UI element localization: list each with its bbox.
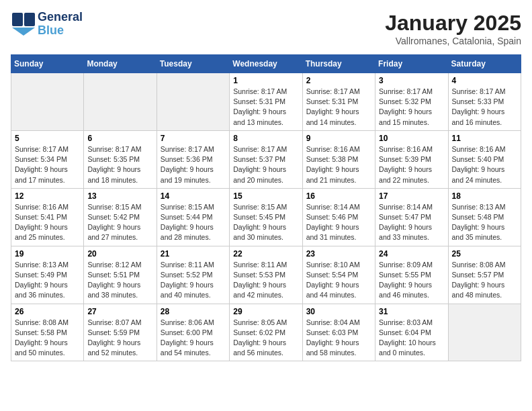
day-number: 25 — [452, 249, 517, 259]
day-detail: Sunrise: 8:17 AM Sunset: 5:31 PM Dayligh… — [306, 87, 371, 128]
calendar-body: 1Sunrise: 8:17 AM Sunset: 5:31 PM Daylig… — [11, 73, 521, 361]
calendar-cell: 13Sunrise: 8:15 AM Sunset: 5:42 PM Dayli… — [84, 188, 157, 246]
day-detail: Sunrise: 8:04 AM Sunset: 6:03 PM Dayligh… — [306, 318, 371, 359]
calendar-cell: 7Sunrise: 8:17 AM Sunset: 5:36 PM Daylig… — [157, 130, 229, 188]
day-detail: Sunrise: 8:15 AM Sunset: 5:44 PM Dayligh… — [161, 202, 226, 243]
logo-icon — [11, 11, 36, 37]
calendar-cell: 18Sunrise: 8:13 AM Sunset: 5:48 PM Dayli… — [448, 188, 521, 246]
day-number: 17 — [379, 191, 444, 201]
day-number: 5 — [15, 134, 80, 143]
day-detail: Sunrise: 8:16 AM Sunset: 5:40 PM Dayligh… — [452, 144, 517, 185]
calendar-cell: 28Sunrise: 8:06 AM Sunset: 6:00 PM Dayli… — [157, 304, 229, 361]
calendar-cell — [84, 73, 157, 131]
calendar-cell: 15Sunrise: 8:15 AM Sunset: 5:45 PM Dayli… — [230, 188, 302, 246]
day-number: 4 — [452, 76, 517, 85]
calendar-cell: 26Sunrise: 8:08 AM Sunset: 5:58 PM Dayli… — [11, 304, 84, 361]
page-header: General Blue January 2025 Vallromanes, C… — [11, 11, 521, 46]
calendar-row: 26Sunrise: 8:08 AM Sunset: 5:58 PM Dayli… — [11, 304, 521, 361]
calendar-cell — [157, 73, 229, 131]
day-detail: Sunrise: 8:17 AM Sunset: 5:35 PM Dayligh… — [87, 144, 152, 185]
day-detail: Sunrise: 8:17 AM Sunset: 5:32 PM Dayligh… — [379, 87, 444, 128]
day-number: 29 — [233, 307, 298, 316]
calendar-cell: 30Sunrise: 8:04 AM Sunset: 6:03 PM Dayli… — [302, 304, 375, 361]
calendar-cell: 4Sunrise: 8:17 AM Sunset: 5:33 PM Daylig… — [448, 73, 521, 131]
day-detail: Sunrise: 8:17 AM Sunset: 5:31 PM Dayligh… — [233, 87, 298, 128]
header-tuesday: Tuesday — [157, 55, 229, 73]
calendar-cell: 31Sunrise: 8:03 AM Sunset: 6:04 PM Dayli… — [375, 304, 448, 361]
calendar-cell — [11, 73, 84, 131]
day-detail: Sunrise: 8:15 AM Sunset: 5:42 PM Dayligh… — [87, 202, 152, 243]
day-detail: Sunrise: 8:14 AM Sunset: 5:46 PM Dayligh… — [306, 202, 371, 243]
calendar-table: SundayMondayTuesdayWednesdayThursdayFrid… — [11, 54, 521, 361]
day-number: 15 — [233, 191, 298, 201]
calendar-cell: 2Sunrise: 8:17 AM Sunset: 5:31 PM Daylig… — [302, 73, 375, 131]
calendar-cell: 21Sunrise: 8:11 AM Sunset: 5:52 PM Dayli… — [157, 246, 229, 304]
header-sunday: Sunday — [11, 55, 84, 73]
day-detail: Sunrise: 8:12 AM Sunset: 5:51 PM Dayligh… — [87, 260, 152, 301]
day-number: 8 — [233, 134, 298, 143]
location-subtitle: Vallromanes, Catalonia, Spain — [385, 36, 521, 46]
day-detail: Sunrise: 8:06 AM Sunset: 6:00 PM Dayligh… — [161, 318, 226, 359]
day-number: 6 — [87, 134, 152, 143]
day-detail: Sunrise: 8:16 AM Sunset: 5:41 PM Dayligh… — [15, 202, 80, 243]
day-number: 24 — [379, 249, 444, 259]
header-thursday: Thursday — [302, 55, 375, 73]
logo-general: General — [38, 11, 83, 24]
calendar-cell: 27Sunrise: 8:07 AM Sunset: 5:59 PM Dayli… — [84, 304, 157, 361]
day-detail: Sunrise: 8:17 AM Sunset: 5:33 PM Dayligh… — [452, 87, 517, 128]
logo: General Blue — [11, 11, 83, 38]
day-detail: Sunrise: 8:17 AM Sunset: 5:36 PM Dayligh… — [161, 144, 226, 185]
month-title: January 2025 — [385, 11, 521, 36]
calendar-cell: 29Sunrise: 8:05 AM Sunset: 6:02 PM Dayli… — [230, 304, 302, 361]
day-number: 9 — [306, 134, 371, 143]
day-number: 3 — [379, 76, 444, 85]
day-number: 28 — [161, 307, 226, 316]
header-friday: Friday — [375, 55, 448, 73]
calendar-header: SundayMondayTuesdayWednesdayThursdayFrid… — [11, 55, 521, 73]
calendar-cell: 17Sunrise: 8:14 AM Sunset: 5:47 PM Dayli… — [375, 188, 448, 246]
calendar-cell: 12Sunrise: 8:16 AM Sunset: 5:41 PM Dayli… — [11, 188, 84, 246]
day-number: 11 — [452, 134, 517, 143]
day-number: 16 — [306, 191, 371, 201]
day-detail: Sunrise: 8:09 AM Sunset: 5:55 PM Dayligh… — [379, 260, 444, 301]
title-block: January 2025 Vallromanes, Catalonia, Spa… — [385, 11, 521, 46]
calendar-row: 1Sunrise: 8:17 AM Sunset: 5:31 PM Daylig… — [11, 73, 521, 131]
calendar-cell: 9Sunrise: 8:16 AM Sunset: 5:38 PM Daylig… — [302, 130, 375, 188]
day-number: 23 — [306, 249, 371, 259]
calendar-cell: 25Sunrise: 8:08 AM Sunset: 5:57 PM Dayli… — [448, 246, 521, 304]
header-row: SundayMondayTuesdayWednesdayThursdayFrid… — [11, 55, 521, 73]
svg-rect-0 — [12, 13, 23, 26]
calendar-cell: 14Sunrise: 8:15 AM Sunset: 5:44 PM Dayli… — [157, 188, 229, 246]
day-number: 27 — [87, 307, 152, 316]
header-wednesday: Wednesday — [230, 55, 302, 73]
calendar-row: 12Sunrise: 8:16 AM Sunset: 5:41 PM Dayli… — [11, 188, 521, 246]
day-detail: Sunrise: 8:03 AM Sunset: 6:04 PM Dayligh… — [379, 318, 444, 359]
calendar-row: 19Sunrise: 8:13 AM Sunset: 5:49 PM Dayli… — [11, 246, 521, 304]
svg-rect-1 — [24, 13, 35, 26]
day-detail: Sunrise: 8:08 AM Sunset: 5:57 PM Dayligh… — [452, 260, 517, 301]
day-number: 14 — [161, 191, 226, 201]
day-detail: Sunrise: 8:13 AM Sunset: 5:48 PM Dayligh… — [452, 202, 517, 243]
day-number: 12 — [15, 191, 80, 201]
calendar-cell: 6Sunrise: 8:17 AM Sunset: 5:35 PM Daylig… — [84, 130, 157, 188]
day-detail: Sunrise: 8:13 AM Sunset: 5:49 PM Dayligh… — [15, 260, 80, 301]
calendar-cell: 22Sunrise: 8:11 AM Sunset: 5:53 PM Dayli… — [230, 246, 302, 304]
day-detail: Sunrise: 8:14 AM Sunset: 5:47 PM Dayligh… — [379, 202, 444, 243]
day-detail: Sunrise: 8:17 AM Sunset: 5:34 PM Dayligh… — [15, 144, 80, 185]
day-detail: Sunrise: 8:15 AM Sunset: 5:45 PM Dayligh… — [233, 202, 298, 243]
day-detail: Sunrise: 8:11 AM Sunset: 5:53 PM Dayligh… — [233, 260, 298, 301]
calendar-cell: 16Sunrise: 8:14 AM Sunset: 5:46 PM Dayli… — [302, 188, 375, 246]
svg-marker-2 — [12, 28, 35, 36]
calendar-cell: 24Sunrise: 8:09 AM Sunset: 5:55 PM Dayli… — [375, 246, 448, 304]
calendar-cell: 8Sunrise: 8:17 AM Sunset: 5:37 PM Daylig… — [230, 130, 302, 188]
day-detail: Sunrise: 8:07 AM Sunset: 5:59 PM Dayligh… — [87, 318, 152, 359]
day-detail: Sunrise: 8:17 AM Sunset: 5:37 PM Dayligh… — [233, 144, 298, 185]
calendar-cell: 3Sunrise: 8:17 AM Sunset: 5:32 PM Daylig… — [375, 73, 448, 131]
day-number: 19 — [15, 249, 80, 259]
day-detail: Sunrise: 8:16 AM Sunset: 5:39 PM Dayligh… — [379, 144, 444, 185]
calendar-cell: 11Sunrise: 8:16 AM Sunset: 5:40 PM Dayli… — [448, 130, 521, 188]
day-number: 26 — [15, 307, 80, 316]
calendar-cell: 5Sunrise: 8:17 AM Sunset: 5:34 PM Daylig… — [11, 130, 84, 188]
day-detail: Sunrise: 8:16 AM Sunset: 5:38 PM Dayligh… — [306, 144, 371, 185]
day-detail: Sunrise: 8:11 AM Sunset: 5:52 PM Dayligh… — [161, 260, 226, 301]
